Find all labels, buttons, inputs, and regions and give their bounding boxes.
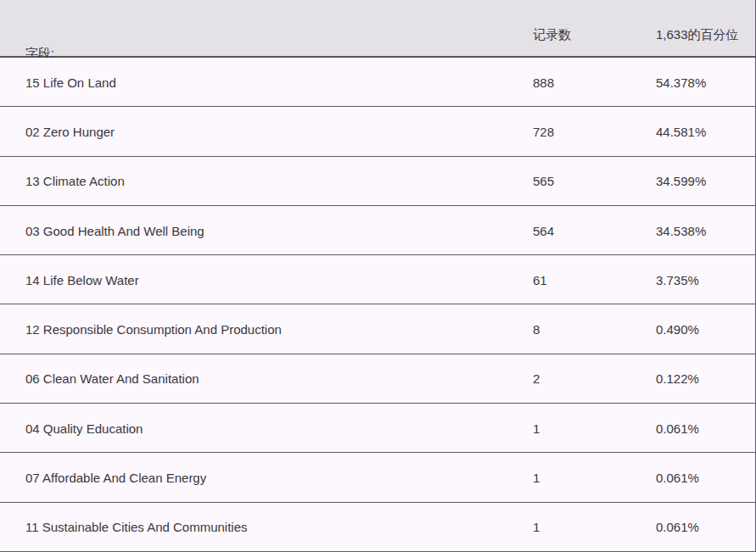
record-count: 61: [533, 272, 547, 287]
percentile: 0.061%: [656, 471, 699, 485]
percentile: 44.581%: [656, 124, 706, 138]
summary-report-table: 字段: 可持续发展目标 记录数 1,633的百分位 15 Life On Lan…: [0, 0, 756, 552]
sdg-label: 07 Affordable And Clean Energy: [25, 471, 206, 485]
percentile: 34.599%: [656, 174, 706, 188]
percentile: 0.061%: [656, 421, 699, 435]
sdg-label: 14 Life Below Water: [25, 272, 139, 287]
table-body: 15 Life On Land 888 54.378% 02 Zero Hung…: [0, 58, 755, 552]
table-row[interactable]: 07 Affordable And Clean Energy 1 0.061%: [0, 453, 755, 502]
table-header: 字段: 可持续发展目标 记录数 1,633的百分位: [0, 0, 755, 58]
table-row[interactable]: 15 Life On Land 888 54.378%: [0, 58, 755, 107]
table-row[interactable]: 11 Sustainable Cities And Communities 1 …: [0, 503, 755, 552]
record-count: 2: [533, 371, 540, 386]
table-row[interactable]: 12 Responsible Consumption And Productio…: [0, 304, 755, 354]
sdg-label: 11 Sustainable Cities And Communities: [25, 520, 248, 534]
record-count: 1: [533, 421, 540, 435]
sdg-label: 12 Responsible Consumption And Productio…: [25, 322, 282, 337]
record-count-column-header: 记录数: [533, 25, 571, 44]
table-row[interactable]: 06 Clean Water And Sanitation 2 0.122%: [0, 354, 755, 404]
sdg-label: 15 Life On Land: [25, 75, 116, 89]
percentile: 0.122%: [656, 371, 699, 386]
table-row[interactable]: 14 Life Below Water 61 3.735%: [0, 255, 755, 304]
record-count: 728: [533, 124, 554, 138]
sdg-label: 02 Zero Hunger: [25, 124, 115, 138]
sdg-label: 04 Quality Education: [25, 421, 143, 435]
percentile: 0.061%: [656, 520, 699, 534]
percentile: 34.538%: [656, 223, 706, 237]
percentile: 0.490%: [656, 322, 699, 337]
record-count: 8: [533, 322, 540, 337]
record-count: 888: [533, 75, 554, 89]
record-count: 1: [533, 471, 540, 485]
table-row[interactable]: 13 Climate Action 565 34.599%: [0, 157, 755, 206]
record-count: 564: [533, 223, 554, 237]
sdg-label: 06 Clean Water And Sanitation: [25, 371, 199, 386]
sdg-label: 03 Good Health And Well Being: [25, 223, 204, 237]
table-row[interactable]: 04 Quality Education 1 0.061%: [0, 404, 755, 453]
percentile-column-header: 1,633的百分位: [656, 25, 739, 44]
percentile: 3.735%: [656, 272, 699, 287]
percentile: 54.378%: [656, 75, 706, 89]
sdg-label: 13 Climate Action: [25, 174, 125, 188]
record-count: 565: [533, 174, 554, 188]
table-row[interactable]: 03 Good Health And Well Being 564 34.538…: [0, 206, 755, 255]
record-count: 1: [533, 520, 540, 534]
table-row[interactable]: 02 Zero Hunger 728 44.581%: [0, 107, 755, 156]
